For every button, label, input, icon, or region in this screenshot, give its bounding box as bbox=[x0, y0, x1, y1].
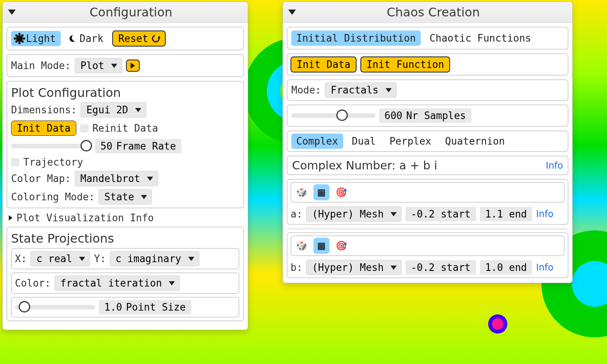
point-size-slider[interactable] bbox=[15, 303, 95, 311]
point-size-value[interactable]: 1.0 Point Size bbox=[99, 300, 191, 314]
init-data-button[interactable]: Init Data bbox=[11, 121, 76, 136]
param-b-start[interactable]: -0.2 start bbox=[405, 260, 476, 275]
expand-icon bbox=[9, 215, 13, 221]
collapse-icon[interactable] bbox=[288, 10, 296, 15]
dice-icon[interactable]: 🎲 bbox=[294, 238, 310, 254]
param-a-end[interactable]: 1.1 end bbox=[480, 207, 533, 221]
frame-rate-value[interactable]: 50 Frame Rate bbox=[95, 139, 181, 153]
param-a-info-link[interactable]: Info bbox=[536, 209, 553, 219]
reset-label: Reset bbox=[118, 33, 148, 44]
init-buttons-frame: Init Data Init Function bbox=[287, 53, 568, 76]
chaos-creation-window: Chaos Creation Initial Distribution Chao… bbox=[283, 2, 573, 283]
main-mode-value: Plot bbox=[81, 60, 105, 71]
samples-slider[interactable] bbox=[291, 111, 375, 120]
chevron-down-icon bbox=[169, 281, 175, 285]
chevron-down-icon bbox=[386, 88, 392, 92]
chevron-down-icon bbox=[188, 257, 194, 261]
coloring-mode-label: Coloring Mode: bbox=[11, 191, 95, 203]
init-function-button[interactable]: Init Function bbox=[360, 56, 450, 72]
reset-button[interactable]: Reset bbox=[112, 31, 166, 47]
chaos-tabs-frame: Initial Distribution Chaotic Functions bbox=[287, 27, 568, 50]
coloring-mode-select[interactable]: State bbox=[98, 189, 152, 205]
theme-dark-chip[interactable]: Dark bbox=[65, 31, 108, 46]
param-b-info-link[interactable]: Info bbox=[536, 262, 553, 273]
configuration-titlebar[interactable]: Configuration bbox=[3, 2, 248, 23]
color-select[interactable]: fractal iteration bbox=[55, 275, 180, 291]
chevron-down-icon bbox=[141, 195, 147, 199]
color-map-label: Color Map: bbox=[11, 173, 71, 184]
plot-configuration-frame: Plot Configuration Dimensions: Egui 2D I… bbox=[6, 81, 244, 208]
trajectory-checkbox[interactable] bbox=[11, 158, 19, 166]
y-axis-value: c imaginary bbox=[116, 253, 181, 264]
play-button[interactable] bbox=[126, 60, 140, 72]
samples-number: 600 bbox=[384, 110, 402, 121]
color-select-frame: Color: fractal iteration bbox=[11, 272, 239, 294]
trajectory-label: Trajectory bbox=[23, 156, 83, 168]
param-a-dist-select[interactable]: (Hyper) Mesh bbox=[306, 206, 402, 222]
grid-icon[interactable]: ▦ bbox=[313, 238, 329, 254]
frame-rate-slider[interactable] bbox=[11, 142, 91, 150]
point-size-frame: 1.0 Point Size bbox=[11, 297, 239, 317]
play-icon bbox=[131, 63, 135, 69]
samples-value[interactable]: 600 Nr Samples bbox=[379, 108, 471, 123]
x-axis-label: X: bbox=[15, 253, 27, 264]
target-icon[interactable]: 🎯 bbox=[333, 238, 349, 254]
theme-reset-frame: Light Dark Reset bbox=[6, 27, 244, 50]
main-mode-select[interactable]: Plot bbox=[75, 58, 123, 73]
param-b-dist-select[interactable]: (Hyper) Mesh bbox=[306, 260, 402, 275]
init-data-button[interactable]: Init Data bbox=[291, 56, 357, 72]
dimensions-label: Dimensions: bbox=[11, 104, 77, 116]
main-mode-label: Main Mode: bbox=[11, 60, 71, 71]
collapse-icon[interactable] bbox=[8, 10, 16, 15]
mode-label: Mode: bbox=[291, 84, 321, 96]
param-a-name: a: bbox=[291, 208, 302, 220]
mode-select[interactable]: Fractals bbox=[325, 82, 396, 98]
x-axis-select[interactable]: c real bbox=[31, 251, 90, 266]
separator bbox=[287, 229, 568, 229]
main-mode-frame: Main Mode: Plot bbox=[6, 54, 244, 77]
chevron-down-icon bbox=[135, 108, 141, 112]
dice-icon[interactable]: 🎲 bbox=[294, 184, 310, 200]
number-type-quaternion[interactable]: Quaternion bbox=[440, 134, 510, 149]
mode-value: Fractals bbox=[331, 84, 378, 96]
dimensions-value: Egui 2D bbox=[86, 104, 128, 116]
x-axis-value: c real bbox=[36, 253, 72, 264]
param-a-start[interactable]: -0.2 start bbox=[405, 207, 476, 221]
frame-rate-number: 50 bbox=[100, 140, 112, 152]
y-axis-select[interactable]: c imaginary bbox=[110, 251, 199, 266]
theme-light-chip[interactable]: Light bbox=[11, 31, 61, 46]
chevron-down-icon bbox=[391, 212, 397, 216]
chevron-down-icon bbox=[147, 177, 153, 181]
color-value: fractal iteration bbox=[60, 277, 162, 289]
number-type-dual[interactable]: Dual bbox=[347, 134, 381, 149]
grid-icon[interactable]: ▦ bbox=[313, 184, 329, 200]
sun-icon bbox=[16, 33, 23, 44]
tab-initial-distribution[interactable]: Initial Distribution bbox=[291, 31, 421, 46]
state-projections-frame: State Projections X: c real Y: c imagina… bbox=[6, 227, 244, 321]
complex-header: Complex Number: a + b i bbox=[292, 159, 437, 172]
theme-light-label: Light bbox=[26, 33, 56, 44]
param-b-name: b: bbox=[291, 262, 302, 273]
dimensions-select[interactable]: Egui 2D bbox=[81, 102, 146, 118]
axis-select-frame: X: c real Y: c imaginary bbox=[11, 248, 239, 269]
param-a-toolbar: 🎲 ▦ 🎯 bbox=[291, 182, 565, 203]
coloring-mode-value: State bbox=[104, 191, 134, 203]
plot-visualization-info-toggle[interactable]: Plot Visualization Info bbox=[9, 212, 244, 224]
chevron-down-icon bbox=[111, 64, 117, 68]
chaos-titlebar[interactable]: Chaos Creation bbox=[283, 2, 572, 23]
reinit-data-checkbox[interactable] bbox=[80, 124, 89, 132]
point-size-number: 1.0 bbox=[104, 301, 122, 313]
color-map-select[interactable]: Mandelbrot bbox=[75, 171, 158, 186]
init-data-label: Init Data bbox=[17, 122, 71, 134]
target-icon[interactable]: 🎯 bbox=[333, 184, 349, 200]
chaos-title: Chaos Creation bbox=[300, 5, 567, 19]
tab-chaotic-functions[interactable]: Chaotic Functions bbox=[425, 31, 536, 46]
complex-info-link[interactable]: Info bbox=[546, 160, 563, 171]
param-b-end[interactable]: 1.0 end bbox=[480, 260, 533, 275]
number-type-perplex[interactable]: Perplex bbox=[384, 134, 436, 149]
configuration-window: Configuration Light Dark Reset bbox=[2, 2, 248, 330]
param-b-frame: 🎲 ▦ 🎯 b: (Hyper) Mesh -0.2 start 1.0 end… bbox=[287, 232, 568, 278]
number-type-complex[interactable]: Complex bbox=[291, 134, 343, 149]
reload-icon bbox=[151, 33, 161, 43]
param-b-dist-value: (Hyper) Mesh bbox=[312, 262, 384, 273]
